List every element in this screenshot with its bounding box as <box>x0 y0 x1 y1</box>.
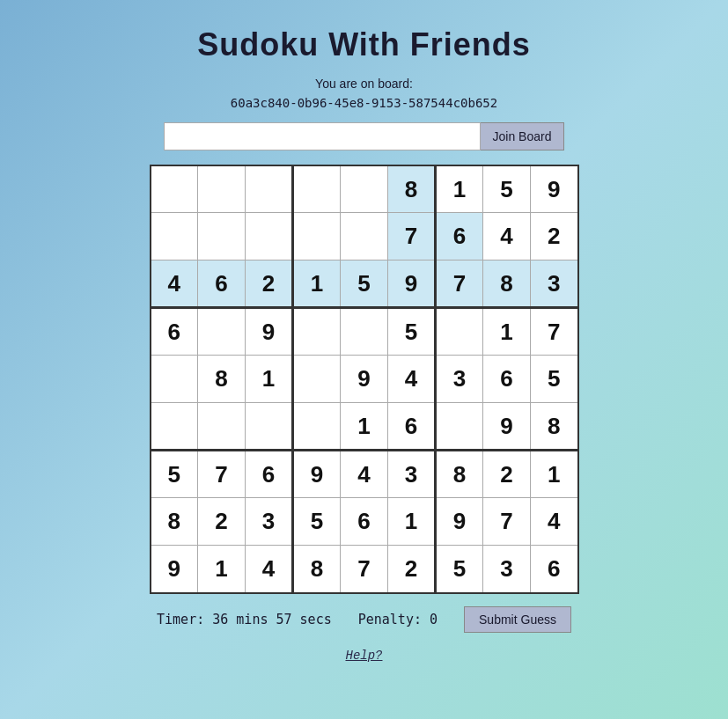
grid-cell: 4 <box>531 498 578 546</box>
grid-cell[interactable] <box>436 308 483 356</box>
grid-cell[interactable] <box>436 403 483 451</box>
grid-cell: 8 <box>483 260 531 308</box>
grid-cell: 1 <box>198 546 246 593</box>
grid-cell: 6 <box>198 260 246 308</box>
grid-cell: 7 <box>388 213 436 260</box>
grid-cell: 6 <box>151 308 198 356</box>
grid-cell: 8 <box>151 498 198 546</box>
grid-cell[interactable] <box>341 308 388 356</box>
board-id: 60a3c840-0b96-45e8-9153-587544c0b652 <box>231 93 497 113</box>
grid-cell[interactable] <box>293 403 341 451</box>
grid-cell: 9 <box>531 165 578 213</box>
help-link[interactable]: Help? <box>345 649 382 663</box>
timer-display: Timer: 36 mins 57 secs <box>157 612 332 627</box>
app-title: Sudoku With Friends <box>197 26 531 63</box>
grid-cell: 9 <box>436 498 483 546</box>
submit-guess-button[interactable]: Submit Guess <box>464 606 571 633</box>
grid-cell: 9 <box>151 546 198 593</box>
grid-cell[interactable] <box>198 308 246 356</box>
grid-cell: 7 <box>531 308 578 356</box>
grid-cell: 1 <box>246 356 293 403</box>
board-info: You are on board: 60a3c840-0b96-45e8-915… <box>231 74 497 114</box>
grid-cell: 2 <box>483 451 531 498</box>
grid-cell: 6 <box>246 451 293 498</box>
grid-cell: 1 <box>341 403 388 451</box>
grid-cell: 9 <box>341 356 388 403</box>
grid-cell[interactable] <box>198 403 246 451</box>
grid-cell: 4 <box>246 546 293 593</box>
grid-cell[interactable] <box>151 356 198 403</box>
grid-cell: 6 <box>341 498 388 546</box>
grid-cell[interactable] <box>341 213 388 260</box>
grid-cell: 8 <box>198 356 246 403</box>
grid-cell: 6 <box>436 213 483 260</box>
grid-cell: 1 <box>293 260 341 308</box>
grid-cell: 4 <box>341 451 388 498</box>
join-input[interactable] <box>164 122 481 150</box>
grid-cell[interactable] <box>246 165 293 213</box>
grid-cell[interactable] <box>293 356 341 403</box>
join-board-button[interactable]: Join Board <box>481 122 565 150</box>
grid-cell[interactable] <box>151 165 198 213</box>
grid-cell[interactable] <box>151 403 198 451</box>
grid-cell: 3 <box>483 546 531 593</box>
grid-cell: 1 <box>388 498 436 546</box>
grid-cell[interactable] <box>246 403 293 451</box>
grid-cell: 4 <box>388 356 436 403</box>
footer-row: Timer: 36 mins 57 secs Penalty: 0 Submit… <box>157 606 571 633</box>
grid-cell[interactable] <box>151 213 198 260</box>
penalty-display: Penalty: 0 <box>358 612 438 627</box>
grid-cell: 5 <box>531 356 578 403</box>
grid-cell: 9 <box>293 451 341 498</box>
grid-cell: 7 <box>341 546 388 593</box>
grid-cell: 5 <box>341 260 388 308</box>
grid-cell: 6 <box>531 546 578 593</box>
grid-cell[interactable] <box>293 308 341 356</box>
grid-cell[interactable] <box>293 165 341 213</box>
grid-cell: 2 <box>388 546 436 593</box>
grid-cell: 6 <box>388 403 436 451</box>
grid-cell: 9 <box>388 260 436 308</box>
grid-cell: 1 <box>483 308 531 356</box>
grid-cell: 6 <box>483 356 531 403</box>
grid-cell: 2 <box>531 213 578 260</box>
grid-cell: 9 <box>483 403 531 451</box>
grid-cell: 3 <box>436 356 483 403</box>
grid-cell: 3 <box>246 498 293 546</box>
grid-cell[interactable] <box>246 213 293 260</box>
grid-cell: 5 <box>483 165 531 213</box>
grid-cell: 3 <box>388 451 436 498</box>
grid-cell: 4 <box>151 260 198 308</box>
grid-cell: 3 <box>531 260 578 308</box>
grid-cell: 7 <box>436 260 483 308</box>
grid-cell[interactable] <box>198 213 246 260</box>
grid-cell: 2 <box>246 260 293 308</box>
grid-cell[interactable] <box>341 165 388 213</box>
grid-cell: 4 <box>483 213 531 260</box>
grid-cell[interactable] <box>293 213 341 260</box>
grid-cell: 5 <box>293 498 341 546</box>
grid-cell: 8 <box>388 165 436 213</box>
grid-cell: 8 <box>436 451 483 498</box>
grid-cell: 7 <box>483 498 531 546</box>
grid-cell: 5 <box>436 546 483 593</box>
grid-cell: 1 <box>436 165 483 213</box>
grid-cell: 9 <box>246 308 293 356</box>
grid-cell: 1 <box>531 451 578 498</box>
grid-cell: 5 <box>151 451 198 498</box>
join-row: Join Board <box>164 122 565 150</box>
grid-cell: 7 <box>198 451 246 498</box>
grid-cell: 5 <box>388 308 436 356</box>
grid-cell: 8 <box>531 403 578 451</box>
grid-cell: 8 <box>293 546 341 593</box>
grid-cell: 2 <box>198 498 246 546</box>
grid-cell[interactable] <box>198 165 246 213</box>
board-label: You are on board: <box>231 74 497 93</box>
sudoku-grid: 8159764246215978369517819436516985769438… <box>150 165 579 594</box>
